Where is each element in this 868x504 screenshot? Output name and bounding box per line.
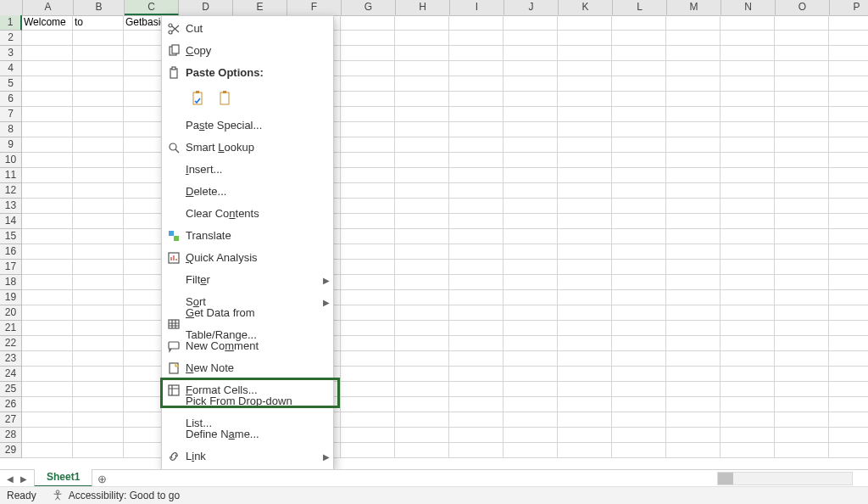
- cell[interactable]: [449, 15, 504, 31]
- cell[interactable]: [775, 107, 829, 122]
- cell[interactable]: [721, 92, 775, 107]
- cell[interactable]: [558, 260, 612, 275]
- cell[interactable]: [395, 305, 449, 321]
- cell[interactable]: [829, 397, 868, 412]
- cell[interactable]: [73, 122, 124, 137]
- cell[interactable]: [504, 46, 558, 61]
- cell[interactable]: [504, 290, 558, 305]
- menu-item-get_data[interactable]: Get Data from Table/Range...: [162, 313, 333, 335]
- cell[interactable]: [666, 397, 721, 412]
- cell[interactable]: [829, 290, 868, 305]
- cell[interactable]: [558, 31, 612, 46]
- cell[interactable]: [666, 382, 721, 397]
- cell[interactable]: [504, 15, 558, 31]
- cell[interactable]: [775, 137, 829, 153]
- cell[interactable]: [449, 321, 504, 336]
- cell[interactable]: [558, 443, 612, 458]
- cell[interactable]: [612, 214, 666, 229]
- cell[interactable]: [395, 443, 449, 458]
- cell[interactable]: [22, 412, 73, 428]
- column-header-K[interactable]: K: [559, 0, 613, 15]
- row-header-12[interactable]: 12: [0, 183, 22, 199]
- cell[interactable]: [73, 92, 124, 107]
- cell[interactable]: [449, 244, 504, 260]
- cell[interactable]: [721, 305, 775, 321]
- menu-item-insert[interactable]: Insert...: [162, 159, 333, 181]
- cell[interactable]: [612, 244, 666, 260]
- cell[interactable]: [829, 305, 868, 321]
- cell[interactable]: [504, 367, 558, 382]
- cell[interactable]: [721, 336, 775, 351]
- cell[interactable]: [721, 275, 775, 290]
- menu-item-translate[interactable]: Translate: [162, 225, 333, 247]
- cell[interactable]: [341, 351, 395, 367]
- cell[interactable]: [612, 229, 666, 244]
- cell[interactable]: [73, 199, 124, 214]
- cell[interactable]: [666, 214, 721, 229]
- cell[interactable]: [558, 61, 612, 76]
- cell[interactable]: [666, 153, 721, 168]
- cell[interactable]: [504, 31, 558, 46]
- cell[interactable]: [558, 183, 612, 199]
- cell[interactable]: [449, 76, 504, 92]
- cell[interactable]: [341, 199, 395, 214]
- cell[interactable]: [721, 61, 775, 76]
- cell[interactable]: [395, 61, 449, 76]
- cell-B1[interactable]: to: [73, 15, 124, 31]
- cell[interactable]: [666, 61, 721, 76]
- cell[interactable]: [504, 260, 558, 275]
- cell[interactable]: [558, 428, 612, 443]
- cell[interactable]: [721, 229, 775, 244]
- cell[interactable]: [558, 321, 612, 336]
- cell[interactable]: [22, 199, 73, 214]
- cell[interactable]: [721, 107, 775, 122]
- cell[interactable]: [721, 244, 775, 260]
- cell[interactable]: [558, 168, 612, 183]
- cell[interactable]: [558, 412, 612, 428]
- horizontal-scrollbar[interactable]: [717, 470, 868, 487]
- cell[interactable]: [395, 290, 449, 305]
- cell[interactable]: [829, 244, 868, 260]
- cell[interactable]: [504, 214, 558, 229]
- cell[interactable]: [775, 336, 829, 351]
- menu-item-quick_analysis[interactable]: Quick Analysis: [162, 247, 333, 269]
- cell[interactable]: [449, 199, 504, 214]
- select-all-button[interactable]: [0, 0, 23, 15]
- cell[interactable]: [22, 153, 73, 168]
- cell[interactable]: [775, 290, 829, 305]
- cell[interactable]: [449, 367, 504, 382]
- cell[interactable]: [558, 397, 612, 412]
- row-header-4[interactable]: 4: [0, 61, 22, 76]
- cell[interactable]: [395, 153, 449, 168]
- cell[interactable]: [558, 122, 612, 137]
- cell[interactable]: [449, 229, 504, 244]
- cell[interactable]: [73, 428, 124, 443]
- cell[interactable]: [775, 15, 829, 31]
- cell[interactable]: [449, 397, 504, 412]
- cell[interactable]: [775, 443, 829, 458]
- cell[interactable]: [341, 412, 395, 428]
- cell[interactable]: [449, 122, 504, 137]
- cell[interactable]: [721, 351, 775, 367]
- cell[interactable]: [721, 382, 775, 397]
- cell[interactable]: [775, 397, 829, 412]
- cell[interactable]: [558, 15, 612, 31]
- cell[interactable]: [504, 153, 558, 168]
- cell[interactable]: [449, 92, 504, 107]
- cell[interactable]: [666, 183, 721, 199]
- cell[interactable]: [504, 275, 558, 290]
- cell[interactable]: [341, 168, 395, 183]
- cell[interactable]: [504, 229, 558, 244]
- cell[interactable]: [829, 15, 868, 31]
- cell[interactable]: [829, 214, 868, 229]
- column-header-C[interactable]: C: [125, 0, 179, 15]
- cell[interactable]: [73, 31, 124, 46]
- cell[interactable]: [504, 428, 558, 443]
- cell[interactable]: [829, 76, 868, 92]
- cell[interactable]: [612, 367, 666, 382]
- row-header-18[interactable]: 18: [0, 275, 22, 290]
- cell[interactable]: [612, 107, 666, 122]
- paste-option-paste-values[interactable]: [214, 87, 236, 109]
- cell[interactable]: [449, 275, 504, 290]
- cell[interactable]: [829, 31, 868, 46]
